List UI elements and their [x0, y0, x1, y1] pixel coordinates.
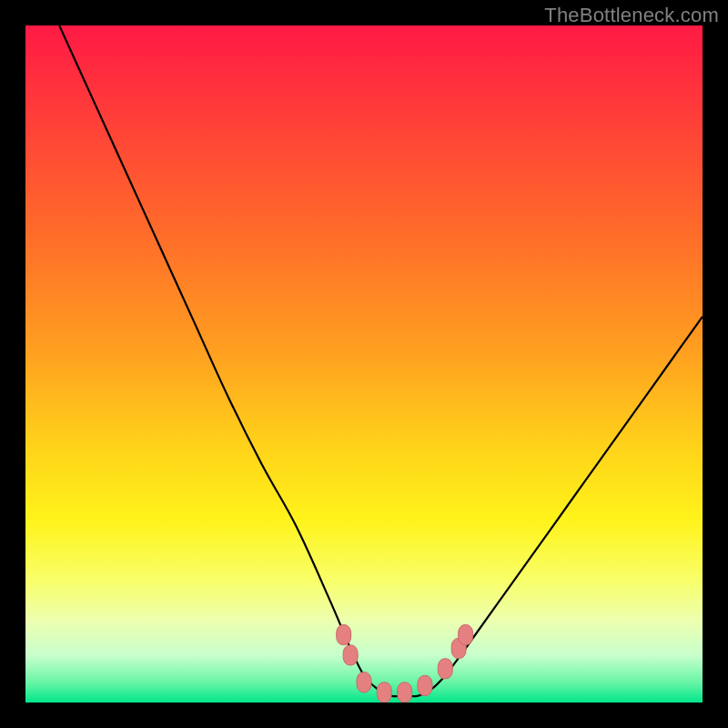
- curve-marker: [438, 659, 452, 679]
- watermark-text: TheBottleneck.com: [544, 4, 719, 27]
- curve-marker: [357, 672, 371, 693]
- curve-marker: [377, 682, 391, 703]
- plot-area: [25, 25, 703, 703]
- chart-svg: [25, 25, 703, 703]
- curve-marker: [398, 682, 412, 703]
- curve-marker: [343, 645, 358, 665]
- curve-marker: [459, 625, 473, 645]
- gradient-background: [25, 25, 703, 703]
- curve-marker: [418, 675, 432, 695]
- curve-marker: [337, 625, 351, 645]
- chart-frame: TheBottleneck.com: [0, 0, 728, 728]
